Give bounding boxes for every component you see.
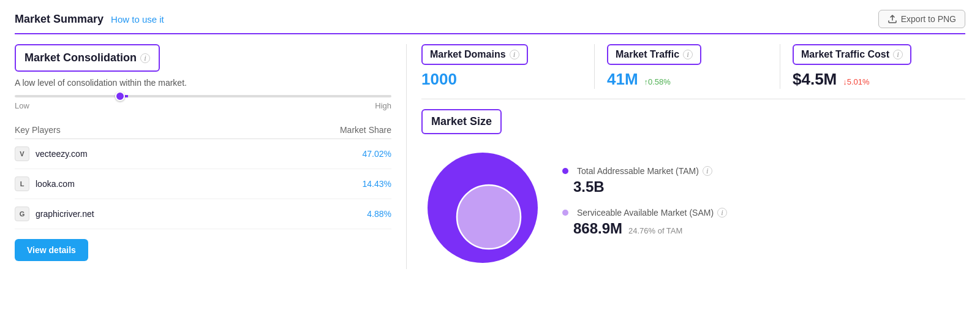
col-players-header: Key Players	[15, 121, 243, 139]
how-to-use-link[interactable]: How to use it	[111, 14, 164, 25]
slider-track	[15, 95, 391, 97]
sam-dot	[562, 210, 568, 216]
domain-favicon: L	[15, 176, 29, 191]
domain-name: looka.com	[36, 179, 75, 189]
market-size-section: Market Size	[421, 109, 965, 269]
domain-name: graphicriver.net	[36, 209, 94, 219]
metric-label: Market Traffic	[616, 49, 679, 60]
table-row: V vecteezy.com 47.02%	[15, 139, 391, 169]
domain-cell: G graphicriver.net	[15, 199, 243, 229]
tam-value: 3.5B	[573, 178, 965, 195]
consolidation-info-icon[interactable]: i	[140, 53, 150, 63]
market-size-content: Total Addressable Market (TAM) i 3.5B Se…	[421, 146, 965, 269]
header-left: Market Summary How to use it	[15, 13, 164, 26]
sam-label: Serviceable Available Market (SAM) i	[562, 208, 965, 218]
metric-value-row: 41M ↑0.58%	[607, 70, 767, 89]
export-button[interactable]: Export to PNG	[878, 10, 965, 28]
metric-change: ↑0.58%	[644, 77, 670, 86]
sam-legend-item: Serviceable Available Market (SAM) i 868…	[562, 208, 965, 237]
view-details-button[interactable]: View details	[15, 239, 88, 261]
consolidation-description: A low level of consolidation within the …	[15, 78, 391, 88]
table-row: L looka.com 14.43%	[15, 169, 391, 199]
market-size-title: Market Size	[431, 115, 492, 128]
consolidation-slider[interactable]	[15, 95, 391, 97]
metric-card-1: Market Traffic i 41M ↑0.58%	[595, 44, 780, 89]
market-share-cell: 14.43%	[243, 169, 391, 199]
metric-info-icon[interactable]: i	[510, 50, 519, 59]
slider-thumb	[115, 91, 125, 101]
main-content: Market Consolidation i A low level of co…	[15, 44, 965, 269]
market-share-cell: 4.88%	[243, 199, 391, 229]
col-share-header: Market Share	[243, 121, 391, 139]
market-share-cell: 47.02%	[243, 139, 391, 169]
tam-label: Total Addressable Market (TAM) i	[562, 166, 965, 176]
consolidation-title: Market Consolidation	[24, 51, 137, 64]
metric-value-row: 1000	[421, 70, 582, 89]
metric-value: 41M	[607, 70, 638, 88]
domain-name: vecteezy.com	[36, 149, 88, 159]
metric-header: Market Domains i	[421, 44, 528, 65]
tam-info-icon[interactable]: i	[703, 166, 712, 176]
metric-card-0: Market Domains i 1000	[421, 44, 595, 89]
metric-info-icon[interactable]: i	[893, 50, 903, 59]
right-panel: Market Domains i 1000 Market Traffic i 4…	[407, 44, 965, 269]
left-panel: Market Consolidation i A low level of co…	[15, 44, 407, 269]
table-row: G graphicriver.net 4.88%	[15, 199, 391, 229]
metric-value: $4.5M	[793, 70, 837, 88]
key-players-table: Key Players Market Share V vecteezy.com …	[15, 121, 391, 229]
market-size-donut	[421, 146, 544, 269]
market-legend: Total Addressable Market (TAM) i 3.5B Se…	[562, 166, 965, 249]
metric-header: Market Traffic Cost i	[793, 44, 911, 65]
page-title: Market Summary	[15, 13, 104, 26]
sam-sub: 24.76% of TAM	[628, 226, 682, 235]
domain-favicon: G	[15, 207, 29, 221]
metrics-row: Market Domains i 1000 Market Traffic i 4…	[421, 44, 965, 99]
slider-high-label: High	[375, 101, 391, 110]
metric-change: ↓5.01%	[843, 77, 869, 86]
tam-legend-item: Total Addressable Market (TAM) i 3.5B	[562, 166, 965, 195]
market-consolidation-card: Market Consolidation i	[15, 44, 160, 72]
market-size-card: Market Size	[421, 109, 502, 134]
slider-labels: Low High	[15, 101, 391, 110]
metric-value-row: $4.5M ↓5.01%	[793, 70, 953, 89]
metric-info-icon[interactable]: i	[683, 50, 693, 59]
domain-favicon: V	[15, 146, 29, 161]
sam-value: 868.9M	[573, 220, 622, 237]
metric-label: Market Traffic Cost	[801, 49, 889, 60]
donut-svg	[421, 146, 544, 269]
sam-value-row: 868.9M 24.76% of TAM	[562, 220, 965, 237]
metric-value: 1000	[421, 70, 457, 88]
domain-cell: L looka.com	[15, 169, 243, 199]
header: Market Summary How to use it Export to P…	[15, 10, 965, 34]
slider-low-label: Low	[15, 101, 29, 110]
metric-header: Market Traffic i	[607, 44, 701, 65]
page-wrapper: Market Summary How to use it Export to P…	[0, 0, 980, 334]
tam-dot	[562, 168, 568, 174]
sam-info-icon[interactable]: i	[717, 208, 727, 218]
domain-cell: V vecteezy.com	[15, 139, 243, 169]
metric-label: Market Domains	[430, 49, 506, 60]
export-icon	[888, 14, 897, 24]
export-label: Export to PNG	[901, 14, 956, 24]
metric-card-2: Market Traffic Cost i $4.5M ↓5.01%	[780, 44, 965, 89]
